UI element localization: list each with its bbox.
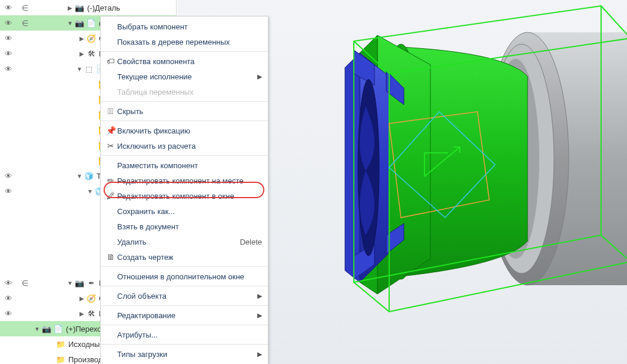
include-icon[interactable]: ∈ <box>16 279 33 288</box>
expand-toggle-icon[interactable]: ▶ <box>78 310 86 317</box>
menu-item-label: Таблица переменных <box>117 88 262 96</box>
submenu-arrow-icon: ▶ <box>254 350 262 358</box>
menu-separator <box>101 286 268 286</box>
menu-separator <box>101 51 268 52</box>
visibility-icon[interactable]: 👁 <box>0 65 16 74</box>
menu-separator <box>101 266 268 267</box>
menu-item[interactable]: Показать в дереве переменных <box>101 34 268 49</box>
menu-item[interactable]: Типы загрузки▶ <box>101 346 268 362</box>
expand-toggle-icon[interactable]: ▼ <box>33 326 41 332</box>
visibility-icon[interactable]: 👁 <box>0 49 16 58</box>
node-type-icon: 📷 <box>74 18 85 28</box>
node-type-icon: 🧭 <box>86 293 97 303</box>
node-type-icon: 📄 <box>53 323 64 334</box>
menu-item[interactable]: Выбрать компонент <box>101 19 268 34</box>
menu-item-label: Включить фиксацию <box>117 126 262 135</box>
menu-separator <box>101 121 268 121</box>
menu-item-label: Отношения в дополнительном окне <box>117 272 262 281</box>
menu-item-label: Редактировать компонент на месте <box>117 176 262 185</box>
expand-toggle-icon[interactable]: ▼ <box>75 173 84 179</box>
visibility-icon[interactable]: 👁 <box>0 19 16 28</box>
visibility-icon[interactable]: 👁 <box>0 294 16 303</box>
menu-item-label: Скрыть <box>117 107 262 116</box>
node-type-icon: 📷 <box>41 323 52 334</box>
visibility-icon[interactable]: 👁 <box>0 187 16 196</box>
expand-toggle-icon[interactable]: ▶ <box>66 5 74 11</box>
menu-item[interactable]: УдалитьDelete <box>101 234 268 249</box>
menu-item[interactable]: Разместить компонент <box>101 158 268 173</box>
menu-item-label: Редактирование <box>117 311 254 320</box>
menu-item-icon: 📌 <box>104 126 117 135</box>
menu-item[interactable]: 📌Включить фиксацию <box>101 123 268 138</box>
menu-item-icon: ✂ <box>104 141 117 151</box>
menu-item[interactable]: Текущее исполнение▶ <box>101 69 268 84</box>
menu-item[interactable]: Слой объекта▶ <box>101 288 268 303</box>
menu-item[interactable]: 🖉Редактировать компонент в окне <box>101 188 268 203</box>
menu-item-label: Текущее исполнение <box>117 72 254 81</box>
menu-separator <box>101 344 268 345</box>
node-type-icon: 📄 <box>86 18 97 28</box>
menu-item-label: Показать в дереве переменных <box>117 38 262 46</box>
node-type-icon: 🧊 <box>84 171 94 181</box>
expand-toggle-icon[interactable]: ▼ <box>66 20 74 26</box>
menu-item[interactable]: 🗎Создать чертеж <box>101 249 268 265</box>
menu-item-label: Типы загрузки <box>117 350 254 359</box>
menu-item: Таблица переменных <box>101 84 268 99</box>
node-type-icon: 🛠 <box>86 308 97 319</box>
node-type-icon: 📷 <box>74 2 85 13</box>
node-type-icon: ⬚ <box>84 64 94 74</box>
menu-item[interactable]: Атрибуты... <box>101 327 268 342</box>
menu-item-label: Сохранить как... <box>117 207 262 216</box>
visibility-icon[interactable]: 👁 <box>0 309 16 318</box>
menu-item-icon: 🖉 <box>104 191 117 201</box>
expand-toggle-icon[interactable]: ▼ <box>66 280 74 286</box>
expand-toggle-icon[interactable]: ▼ <box>86 188 94 195</box>
submenu-arrow-icon: ▶ <box>254 292 262 300</box>
visibility-icon[interactable]: 👁 <box>0 172 16 181</box>
menu-item[interactable]: 👁⃠Скрыть <box>101 103 268 119</box>
menu-item-label: Создать чертеж <box>117 253 262 262</box>
menu-item-label: Выбрать компонент <box>117 22 262 31</box>
node-type-icon: 📷 <box>74 278 85 288</box>
submenu-arrow-icon: ▶ <box>254 312 262 319</box>
menu-item-label: Разместить компонент <box>117 161 262 170</box>
menu-item[interactable]: 🏷Свойства компонента <box>101 54 268 69</box>
visibility-icon[interactable]: 👁 <box>0 279 16 288</box>
menu-item[interactable]: Сохранить как... <box>101 203 268 219</box>
include-icon[interactable]: ∈ <box>16 4 33 12</box>
node-type-icon: 🧭 <box>86 33 97 44</box>
tree-node-label: (-)Деталь <box>86 4 120 12</box>
menu-item-label: Редактировать компонент в окне <box>117 192 262 201</box>
expand-toggle-icon[interactable]: ▶ <box>78 35 86 42</box>
node-type-icon: 📁 <box>55 339 66 349</box>
menu-item[interactable]: Отношения в дополнительном окне <box>101 269 268 284</box>
menu-item-label: Взять в документ <box>117 222 262 231</box>
menu-item[interactable]: Редактирование▶ <box>101 308 268 323</box>
expand-toggle-icon[interactable]: ▼ <box>75 66 84 72</box>
menu-item-label: Свойства компонента <box>117 57 262 66</box>
expand-toggle-icon[interactable]: ▶ <box>78 51 86 57</box>
menu-item-label: Исключить из расчета <box>117 142 262 151</box>
menu-separator <box>101 155 268 156</box>
menu-item[interactable]: Взять в документ <box>101 219 268 234</box>
expand-toggle-icon[interactable]: ▶ <box>78 295 86 302</box>
menu-separator <box>101 101 268 102</box>
node-type-icon: 🛠 <box>86 48 97 59</box>
menu-separator <box>101 325 268 325</box>
menu-shortcut: Delete <box>236 238 262 246</box>
menu-item-icon: 👁⃠ <box>104 106 117 116</box>
node-type-icon: 📁 <box>55 354 66 364</box>
visibility-icon[interactable]: 👁 <box>0 4 16 12</box>
menu-item-label: Удалить <box>117 238 236 246</box>
menu-item[interactable]: ✂Исключить из расчета <box>101 138 268 153</box>
menu-item-label: Слой объекта <box>117 292 254 300</box>
menu-item-icon: 🏷 <box>104 56 117 66</box>
menu-item-icon: ✏ <box>104 176 117 185</box>
tree-row[interactable]: 👁∈▶📷(-)Деталь <box>0 0 176 15</box>
visibility-icon[interactable]: 👁 <box>0 34 16 43</box>
node-type-icon: ✒ <box>86 278 97 288</box>
menu-separator <box>101 305 268 306</box>
menu-item[interactable]: ✏Редактировать компонент на месте <box>101 173 268 188</box>
menu-item-icon: 🗎 <box>104 252 117 262</box>
include-icon[interactable]: ∈ <box>16 19 33 28</box>
